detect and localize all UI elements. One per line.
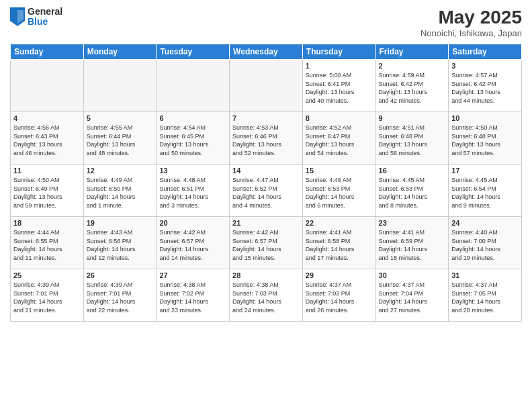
logo: General Blue [10, 7, 62, 28]
calendar-cell-w3-d2: 13Sunrise: 4:48 AM Sunset: 6:51 PM Dayli… [157, 165, 230, 217]
day-info: Sunrise: 4:54 AM Sunset: 6:45 PM Dayligh… [159, 124, 226, 157]
calendar-cell-w3-d1: 12Sunrise: 4:49 AM Sunset: 6:50 PM Dayli… [83, 165, 157, 217]
day-info: Sunrise: 4:45 AM Sunset: 6:53 PM Dayligh… [379, 176, 446, 210]
day-number: 15 [306, 167, 373, 175]
day-info: Sunrise: 4:37 AM Sunset: 7:03 PM Dayligh… [306, 281, 373, 314]
calendar-cell-w5-d1: 26Sunrise: 4:39 AM Sunset: 7:01 PM Dayli… [83, 269, 157, 322]
day-info: Sunrise: 4:55 AM Sunset: 6:44 PM Dayligh… [87, 124, 154, 157]
calendar-cell-w1-d1 [83, 60, 157, 112]
day-info: Sunrise: 4:42 AM Sunset: 6:57 PM Dayligh… [232, 228, 300, 262]
day-info: Sunrise: 4:51 AM Sunset: 6:48 PM Dayligh… [379, 124, 446, 157]
day-number: 12 [87, 167, 154, 175]
day-info: Sunrise: 4:42 AM Sunset: 6:57 PM Dayligh… [159, 228, 226, 262]
calendar-cell-w3-d5: 16Sunrise: 4:45 AM Sunset: 6:53 PM Dayli… [375, 165, 449, 217]
day-number: 30 [379, 271, 446, 279]
day-number: 26 [87, 271, 154, 279]
calendar-cell-w5-d2: 27Sunrise: 4:38 AM Sunset: 7:02 PM Dayli… [157, 269, 230, 322]
header-sunday: Sunday [11, 44, 84, 60]
calendar-cell-w5-d4: 29Sunrise: 4:37 AM Sunset: 7:03 PM Dayli… [302, 269, 375, 322]
header-monday: Monday [83, 44, 157, 60]
calendar-cell-w4-d5: 23Sunrise: 4:41 AM Sunset: 6:59 PM Dayli… [375, 217, 449, 269]
calendar-cell-w1-d0 [11, 60, 84, 112]
calendar-cell-w2-d1: 5Sunrise: 4:55 AM Sunset: 6:44 PM Daylig… [83, 112, 157, 165]
day-number: 3 [451, 62, 519, 70]
day-number: 20 [159, 219, 226, 227]
header-thursday: Thursday [302, 44, 375, 60]
day-info: Sunrise: 4:43 AM Sunset: 6:56 PM Dayligh… [87, 228, 154, 262]
day-number: 21 [232, 219, 300, 227]
calendar-cell-w4-d4: 22Sunrise: 4:41 AM Sunset: 6:58 PM Dayli… [302, 217, 375, 269]
title-block: May 2025 Nonoichi, Ishikawa, Japan [420, 7, 522, 38]
calendar-cell-w1-d4: 1Sunrise: 5:00 AM Sunset: 6:41 PM Daylig… [302, 60, 375, 112]
calendar-cell-w1-d5: 2Sunrise: 4:59 AM Sunset: 6:42 PM Daylig… [375, 60, 449, 112]
day-number: 9 [379, 114, 446, 122]
calendar-cell-w2-d3: 7Sunrise: 4:53 AM Sunset: 6:46 PM Daylig… [230, 112, 303, 165]
day-number: 22 [306, 219, 373, 227]
day-number: 11 [13, 167, 81, 175]
calendar-cell-w1-d6: 3Sunrise: 4:57 AM Sunset: 6:42 PM Daylig… [449, 60, 522, 112]
logo-icon [10, 7, 25, 26]
week-row-2: 4Sunrise: 4:56 AM Sunset: 6:43 PM Daylig… [11, 112, 522, 165]
calendar-cell-w2-d2: 6Sunrise: 4:54 AM Sunset: 6:45 PM Daylig… [157, 112, 230, 165]
day-info: Sunrise: 4:41 AM Sunset: 6:58 PM Dayligh… [306, 228, 373, 262]
day-number: 10 [451, 114, 519, 122]
page-header: General Blue May 2025 Nonoichi, Ishikawa… [10, 7, 522, 38]
calendar-cell-w1-d3 [230, 60, 303, 112]
header-wednesday: Wednesday [230, 44, 303, 60]
day-info: Sunrise: 4:48 AM Sunset: 6:51 PM Dayligh… [159, 176, 226, 210]
day-info: Sunrise: 4:37 AM Sunset: 7:05 PM Dayligh… [451, 281, 519, 314]
day-info: Sunrise: 4:56 AM Sunset: 6:43 PM Dayligh… [13, 124, 81, 157]
logo-blue-text: Blue [28, 17, 62, 27]
day-info: Sunrise: 5:00 AM Sunset: 6:41 PM Dayligh… [306, 71, 373, 105]
calendar-cell-w3-d3: 14Sunrise: 4:47 AM Sunset: 6:52 PM Dayli… [230, 165, 303, 217]
day-number: 16 [379, 167, 446, 175]
day-info: Sunrise: 4:40 AM Sunset: 7:00 PM Dayligh… [451, 228, 519, 262]
day-info: Sunrise: 4:46 AM Sunset: 6:53 PM Dayligh… [306, 176, 373, 210]
day-info: Sunrise: 4:52 AM Sunset: 6:47 PM Dayligh… [306, 124, 373, 157]
day-info: Sunrise: 4:41 AM Sunset: 6:59 PM Dayligh… [379, 228, 446, 262]
calendar-cell-w2-d4: 8Sunrise: 4:52 AM Sunset: 6:47 PM Daylig… [302, 112, 375, 165]
day-info: Sunrise: 4:45 AM Sunset: 6:54 PM Dayligh… [451, 176, 519, 210]
calendar-cell-w5-d3: 28Sunrise: 4:38 AM Sunset: 7:03 PM Dayli… [230, 269, 303, 322]
week-row-3: 11Sunrise: 4:50 AM Sunset: 6:49 PM Dayli… [11, 165, 522, 217]
day-number: 17 [451, 167, 519, 175]
header-tuesday: Tuesday [157, 44, 230, 60]
day-info: Sunrise: 4:37 AM Sunset: 7:04 PM Dayligh… [379, 281, 446, 314]
day-number: 27 [159, 271, 226, 279]
day-number: 19 [87, 219, 154, 227]
calendar-cell-w4-d2: 20Sunrise: 4:42 AM Sunset: 6:57 PM Dayli… [157, 217, 230, 269]
day-info: Sunrise: 4:39 AM Sunset: 7:01 PM Dayligh… [13, 281, 81, 314]
day-info: Sunrise: 4:47 AM Sunset: 6:52 PM Dayligh… [232, 176, 300, 210]
day-number: 13 [159, 167, 226, 175]
calendar-cell-w4-d6: 24Sunrise: 4:40 AM Sunset: 7:00 PM Dayli… [449, 217, 522, 269]
day-number: 31 [451, 271, 519, 279]
calendar: Sunday Monday Tuesday Wednesday Thursday… [10, 44, 522, 322]
calendar-cell-w1-d2 [157, 60, 230, 112]
calendar-cell-w5-d6: 31Sunrise: 4:37 AM Sunset: 7:05 PM Dayli… [449, 269, 522, 322]
day-info: Sunrise: 4:50 AM Sunset: 6:49 PM Dayligh… [13, 176, 81, 210]
day-number: 6 [159, 114, 226, 122]
week-row-4: 18Sunrise: 4:44 AM Sunset: 6:55 PM Dayli… [11, 217, 522, 269]
day-info: Sunrise: 4:38 AM Sunset: 7:02 PM Dayligh… [159, 281, 226, 314]
day-number: 4 [13, 114, 81, 122]
month-title: May 2025 [420, 7, 522, 28]
header-saturday: Saturday [449, 44, 522, 60]
calendar-cell-w2-d0: 4Sunrise: 4:56 AM Sunset: 6:43 PM Daylig… [11, 112, 84, 165]
day-number: 14 [232, 167, 300, 175]
day-number: 28 [232, 271, 300, 279]
calendar-cell-w2-d6: 10Sunrise: 4:50 AM Sunset: 6:48 PM Dayli… [449, 112, 522, 165]
day-number: 24 [451, 219, 519, 227]
day-number: 29 [306, 271, 373, 279]
calendar-cell-w3-d6: 17Sunrise: 4:45 AM Sunset: 6:54 PM Dayli… [449, 165, 522, 217]
day-info: Sunrise: 4:53 AM Sunset: 6:46 PM Dayligh… [232, 124, 300, 157]
day-number: 1 [306, 62, 373, 70]
calendar-cell-w2-d5: 9Sunrise: 4:51 AM Sunset: 6:48 PM Daylig… [375, 112, 449, 165]
day-info: Sunrise: 4:44 AM Sunset: 6:55 PM Dayligh… [13, 228, 81, 262]
day-info: Sunrise: 4:39 AM Sunset: 7:01 PM Dayligh… [87, 281, 154, 314]
day-number: 25 [13, 271, 81, 279]
header-friday: Friday [375, 44, 449, 60]
day-info: Sunrise: 4:49 AM Sunset: 6:50 PM Dayligh… [87, 176, 154, 210]
calendar-cell-w3-d4: 15Sunrise: 4:46 AM Sunset: 6:53 PM Dayli… [302, 165, 375, 217]
day-info: Sunrise: 4:59 AM Sunset: 6:42 PM Dayligh… [379, 71, 446, 105]
day-number: 7 [232, 114, 300, 122]
